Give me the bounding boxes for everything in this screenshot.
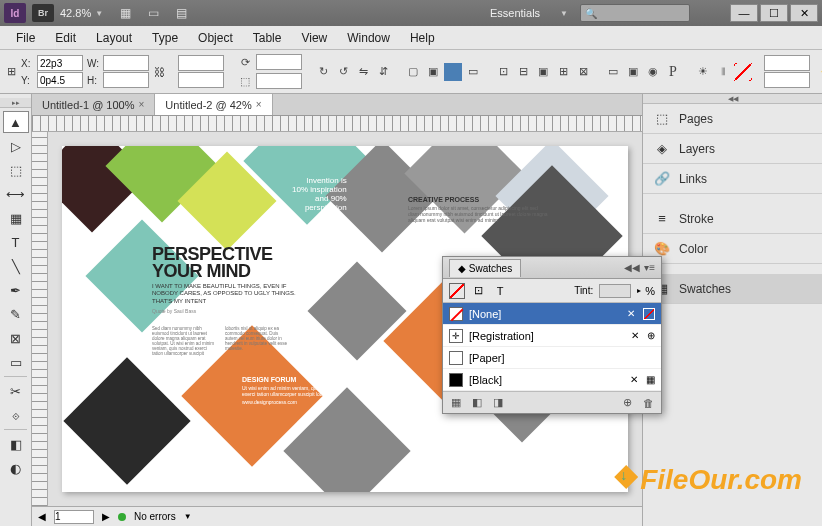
select-container-icon[interactable]: ▢ bbox=[404, 63, 422, 81]
fit-frame-icon[interactable]: ⊟ bbox=[514, 63, 532, 81]
new-swatch-icon[interactable]: ⊕ bbox=[618, 395, 636, 411]
close-icon[interactable]: × bbox=[139, 99, 145, 110]
page-prev-icon[interactable]: ◀ bbox=[38, 511, 46, 522]
pencil-tool[interactable]: ✎ bbox=[3, 303, 29, 325]
panel-layers[interactable]: ◈Layers bbox=[643, 134, 822, 164]
stroke-swap-icon[interactable]: ⊡ bbox=[469, 282, 487, 300]
panel-swatches[interactable]: ▦Swatches bbox=[643, 274, 822, 304]
menu-edit[interactable]: Edit bbox=[45, 27, 86, 49]
rotate-input[interactable] bbox=[256, 54, 302, 70]
stroke-none-icon[interactable] bbox=[734, 63, 752, 81]
tab-untitled-1[interactable]: Untitled-1 @ 100%× bbox=[32, 94, 155, 115]
fill-proportionally-icon[interactable]: ⊠ bbox=[574, 63, 592, 81]
height-input[interactable] bbox=[103, 72, 149, 88]
rotate-90-ccw-icon[interactable]: ↺ bbox=[334, 63, 352, 81]
toolbox-expand-icon[interactable]: ▸▸ bbox=[0, 98, 31, 108]
stroke-options-icon[interactable]: ▭ bbox=[464, 63, 482, 81]
page-tool[interactable]: ⬚ bbox=[3, 159, 29, 181]
rectangle-tool[interactable]: ▭ bbox=[3, 351, 29, 373]
flip-horizontal-icon[interactable]: ⇋ bbox=[354, 63, 372, 81]
chevron-down-icon[interactable]: ▼ bbox=[95, 9, 103, 18]
view-options-icon[interactable]: ▦ bbox=[115, 4, 135, 22]
formatting-text-icon[interactable]: T bbox=[491, 282, 509, 300]
x-position-input[interactable] bbox=[37, 55, 83, 71]
close-icon[interactable]: × bbox=[256, 99, 262, 110]
line-tool[interactable]: ╲ bbox=[3, 255, 29, 277]
window-maximize-button[interactable]: ☐ bbox=[760, 4, 788, 22]
window-close-button[interactable]: ✕ bbox=[790, 4, 818, 22]
panel-links[interactable]: 🔗Links bbox=[643, 164, 822, 194]
show-color-swatches-icon[interactable]: ◧ bbox=[468, 395, 486, 411]
effects-icon[interactable]: ☀ bbox=[694, 63, 712, 81]
search-input[interactable]: 🔍 bbox=[580, 4, 690, 22]
panel-pages[interactable]: ⬚Pages bbox=[643, 104, 822, 134]
chevron-down-icon[interactable]: ▼ bbox=[184, 512, 192, 521]
menu-view[interactable]: View bbox=[291, 27, 337, 49]
swatch-row-registration[interactable]: ✛ [Registration] ✕ ⊕ bbox=[443, 325, 661, 347]
flip-vertical-icon[interactable]: ⇵ bbox=[374, 63, 392, 81]
panel-expand-icon[interactable]: ◀◀ bbox=[643, 94, 822, 104]
constrain-proportions-icon[interactable]: ⛓ bbox=[153, 63, 166, 81]
window-minimize-button[interactable]: — bbox=[730, 4, 758, 22]
rotate-icon[interactable]: ⟳ bbox=[236, 53, 254, 71]
menu-window[interactable]: Window bbox=[337, 27, 400, 49]
panel-color[interactable]: 🎨Color bbox=[643, 234, 822, 264]
selection-tool[interactable]: ▲ bbox=[3, 111, 29, 133]
delete-swatch-icon[interactable]: 🗑 bbox=[639, 395, 657, 411]
swatch-row-paper[interactable]: [Paper] bbox=[443, 347, 661, 369]
page-number-input[interactable] bbox=[54, 510, 94, 524]
gap-tool[interactable]: ⟷ bbox=[3, 183, 29, 205]
fill-color-icon[interactable] bbox=[444, 63, 462, 81]
arrange-documents-icon[interactable]: ▤ bbox=[171, 4, 191, 22]
center-content-icon[interactable]: ▣ bbox=[534, 63, 552, 81]
menu-file[interactable]: File bbox=[6, 27, 45, 49]
shear-icon[interactable]: ⬚ bbox=[236, 72, 254, 90]
menu-help[interactable]: Help bbox=[400, 27, 445, 49]
screen-mode-icon[interactable]: ▭ bbox=[143, 4, 163, 22]
select-content-icon[interactable]: ▣ bbox=[424, 63, 442, 81]
panel-menu-icon[interactable]: ▾≡ bbox=[644, 262, 655, 273]
text-wrap-shape-icon[interactable]: ◉ bbox=[644, 63, 662, 81]
stroke-weight-input[interactable] bbox=[764, 72, 810, 88]
reference-point-icon[interactable]: ⊞ bbox=[6, 63, 17, 81]
fit-proportionally-icon[interactable]: ⊞ bbox=[554, 63, 572, 81]
show-gradient-swatches-icon[interactable]: ◨ bbox=[489, 395, 507, 411]
chevron-down-icon[interactable]: ▼ bbox=[560, 9, 568, 18]
direct-selection-tool[interactable]: ▷ bbox=[3, 135, 29, 157]
gradient-feather-tool[interactable]: ◐ bbox=[3, 457, 29, 479]
shear-input[interactable] bbox=[256, 73, 302, 89]
tab-untitled-2[interactable]: Untitled-2 @ 42%× bbox=[155, 94, 272, 115]
swatches-panel-tab[interactable]: ◆ Swatches bbox=[449, 259, 521, 277]
swatches-panel-header[interactable]: ◆ Swatches ◀◀ ▾≡ bbox=[443, 257, 661, 279]
y-position-input[interactable] bbox=[37, 72, 83, 88]
horizontal-ruler[interactable] bbox=[32, 116, 642, 132]
opacity-input[interactable] bbox=[764, 55, 810, 71]
panel-collapse-icon[interactable]: ◀◀ bbox=[624, 262, 640, 273]
swatch-row-none[interactable]: [None] ✕ bbox=[443, 303, 661, 325]
content-collector-tool[interactable]: ▦ bbox=[3, 207, 29, 229]
panel-stroke[interactable]: ≡Stroke bbox=[643, 204, 822, 234]
scale-y-input[interactable] bbox=[178, 72, 224, 88]
tint-arrow-icon[interactable]: ▸ bbox=[637, 286, 641, 295]
rotate-90-cw-icon[interactable]: ↻ bbox=[314, 63, 332, 81]
width-input[interactable] bbox=[103, 55, 149, 71]
app-logo-bridge[interactable]: Br bbox=[32, 4, 54, 22]
text-wrap-bounding-icon[interactable]: ▣ bbox=[624, 63, 642, 81]
tint-input[interactable] bbox=[599, 284, 631, 298]
text-wrap-none-icon[interactable]: ▭ bbox=[604, 63, 622, 81]
workspace-switcher[interactable]: Essentials bbox=[490, 7, 540, 19]
menu-table[interactable]: Table bbox=[243, 27, 292, 49]
type-tool[interactable]: T bbox=[3, 231, 29, 253]
free-transform-tool[interactable]: ⟐ bbox=[3, 404, 29, 426]
pen-tool[interactable]: ✒ bbox=[3, 279, 29, 301]
scissors-tool[interactable]: ✂ bbox=[3, 380, 29, 402]
quick-apply-icon[interactable]: ⚡ bbox=[818, 63, 822, 81]
swatch-row-black[interactable]: [Black] ✕ ▦ bbox=[443, 369, 661, 391]
gradient-swatch-tool[interactable]: ◧ bbox=[3, 433, 29, 455]
page-next-icon[interactable]: ▶ bbox=[102, 511, 110, 522]
vertical-ruler[interactable] bbox=[32, 132, 48, 506]
menu-type[interactable]: Type bbox=[142, 27, 188, 49]
scale-x-input[interactable] bbox=[178, 55, 224, 71]
rectangle-frame-tool[interactable]: ⊠ bbox=[3, 327, 29, 349]
show-all-swatches-icon[interactable]: ▦ bbox=[447, 395, 465, 411]
